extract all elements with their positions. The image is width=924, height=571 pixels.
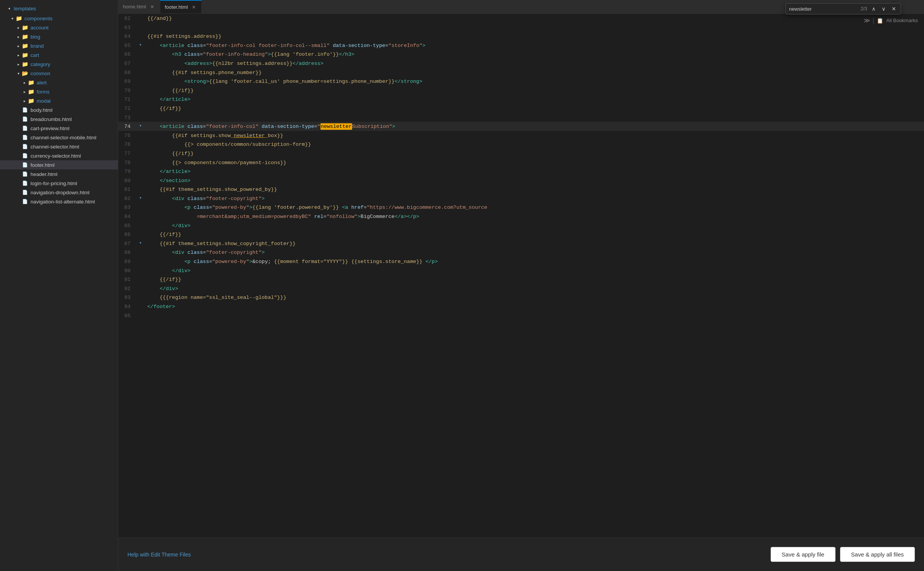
currency-label: currency-selector.html: [31, 153, 81, 159]
cs-file-icon: 📄: [21, 143, 28, 150]
line-number: 72: [118, 104, 137, 113]
sidebar-item-login-for-pricing-html[interactable]: 📄 login-for-pricing.html: [0, 179, 118, 188]
sidebar-item-cart[interactable]: 📁 cart: [0, 50, 118, 60]
tab-footer-html-close[interactable]: ✕: [191, 4, 197, 10]
table-row: 65 ▾ <article class="footer-info-col foo…: [118, 41, 924, 50]
sidebar-item-channel-selector-html[interactable]: 📄 channel-selector.html: [0, 142, 118, 151]
search-next-button[interactable]: ∨: [880, 5, 887, 13]
sidebar-item-blog[interactable]: 📁 blog: [0, 32, 118, 41]
code-cell: <p class="powered-by">{{lang 'footer.pow…: [144, 203, 924, 212]
table-row: 92 </div>: [118, 284, 924, 293]
table-row: 91 {{/if}}: [118, 275, 924, 284]
body-html-label: body.html: [31, 107, 53, 113]
app-container: templates 📁 components 📁 account: [0, 0, 924, 571]
sidebar-item-cart-preview-html[interactable]: 📄 cart-preview.html: [0, 124, 118, 133]
alert-folder-icon: 📁: [27, 79, 34, 86]
sidebar-item-navigation-dropdown-html[interactable]: 📄 navigation-dropdown.html: [0, 188, 118, 197]
table-row: 76 {{> components/common/subscription-fo…: [118, 140, 924, 149]
search-prev-button[interactable]: ∧: [870, 5, 877, 13]
table-row: 95: [118, 311, 924, 320]
line-gutter: [137, 311, 144, 320]
code-cell: {{#if settings.show_newsletter_box}}: [144, 131, 924, 140]
common-chevron: [15, 70, 21, 76]
line-number: 93: [118, 293, 137, 302]
line-number: 91: [118, 275, 137, 284]
code-cell: {{/if}}: [144, 230, 924, 239]
search-input[interactable]: [789, 6, 858, 12]
table-row: 80 </section>: [118, 176, 924, 185]
bottom-bar: Help with Edit Theme Files Save & apply …: [118, 537, 924, 571]
sidebar-item-currency-selector-html[interactable]: 📄 currency-selector.html: [0, 151, 118, 160]
line-gutter: [137, 293, 144, 302]
cart-label: cart: [31, 52, 39, 58]
templates-header[interactable]: templates: [0, 3, 118, 14]
currency-file-icon: 📄: [21, 152, 28, 159]
table-row: 69 <strong>{{lang 'footer.call_us' phone…: [118, 77, 924, 86]
nd-label: navigation-dropdown.html: [31, 190, 90, 195]
tab-home-html[interactable]: home.html ✕: [118, 0, 160, 13]
code-cell: [144, 113, 924, 122]
code-table: 62 {{/and}} 63 64: [118, 14, 924, 320]
brand-chevron: [15, 43, 21, 49]
save-apply-file-button[interactable]: Save & apply file: [771, 547, 835, 562]
sidebar-item-navigation-list-alternate-html[interactable]: 📄 navigation-list-alternate.html: [0, 197, 118, 206]
table-row: 70 {{/if}}: [118, 86, 924, 95]
table-row: 71 </article>: [118, 95, 924, 104]
sidebar-item-body-html[interactable]: 📄 body.html: [0, 105, 118, 115]
line-number: 88: [118, 248, 137, 257]
sidebar-item-channel-selector-mobile-html[interactable]: 📄 channel-selector-mobile.html: [0, 133, 118, 142]
tab-footer-html[interactable]: footer.html ✕: [160, 0, 202, 13]
common-folder-icon: 📂: [21, 70, 28, 77]
account-label: account: [31, 25, 48, 31]
sidebar-item-components[interactable]: 📁 components: [0, 14, 118, 23]
sidebar-item-modal[interactable]: 📁 modal: [0, 96, 118, 105]
line-gutter: [137, 248, 144, 257]
line-gutter: [137, 86, 144, 95]
code-cell: <article class="footer-info-col" data-se…: [144, 122, 924, 131]
line-gutter: [137, 203, 144, 212]
line-gutter: [137, 221, 144, 230]
code-cell: </div>: [144, 284, 924, 293]
code-cell: <address>{{nl2br settings.address}}</add…: [144, 59, 924, 68]
account-folder-icon: 📁: [21, 24, 28, 31]
search-close-button[interactable]: ✕: [890, 5, 898, 13]
sidebar-item-alert[interactable]: 📁 alert: [0, 78, 118, 87]
line-number: 62: [118, 14, 137, 23]
components-chevron: [9, 15, 15, 21]
bookmarks-label[interactable]: All Bookmarks: [886, 18, 918, 23]
line-number: 95: [118, 311, 137, 320]
help-link[interactable]: Help with Edit Theme Files: [127, 552, 191, 558]
sidebar-item-header-html[interactable]: 📄 header.html: [0, 169, 118, 179]
sidebar-item-footer-html[interactable]: 📄 footer.html: [0, 160, 118, 169]
line-gutter: [137, 149, 144, 158]
common-label: common: [31, 71, 50, 76]
table-row: 62 {{/and}}: [118, 14, 924, 23]
table-row: 77 {{/if}}: [118, 149, 924, 158]
save-apply-all-files-button[interactable]: Save & apply all files: [840, 547, 915, 562]
forms-folder-icon: 📁: [27, 88, 34, 95]
sidebar-item-forms[interactable]: 📁 forms: [0, 87, 118, 96]
tab-home-html-close[interactable]: ✕: [149, 4, 155, 10]
line-gutter: ▾: [137, 194, 144, 203]
code-cell: {{/if}}: [144, 275, 924, 284]
table-row: 63: [118, 23, 924, 32]
sidebar-item-category[interactable]: 📁 category: [0, 60, 118, 69]
code-cell: {{/and}}: [144, 14, 924, 23]
line-gutter: [137, 131, 144, 140]
line-number: 64: [118, 32, 137, 41]
table-row: 66 <h3 class="footer-info-heading">{{lan…: [118, 50, 924, 59]
lfp-label: login-for-pricing.html: [31, 181, 77, 186]
sidebar-item-account[interactable]: 📁 account: [0, 23, 118, 32]
sidebar-item-common[interactable]: 📂 common: [0, 69, 118, 78]
line-number: 77: [118, 149, 137, 158]
line-gutter: ▾: [137, 239, 144, 248]
sidebar-item-brand[interactable]: 📁 brand: [0, 41, 118, 50]
code-cell: {{#if theme_settings.show_powered_by}}: [144, 185, 924, 194]
editor-content[interactable]: 62 {{/and}} 63 64: [118, 14, 924, 537]
code-cell: </section>: [144, 176, 924, 185]
account-chevron: [15, 24, 21, 31]
sidebar-item-breadcrumbs-html[interactable]: 📄 breadcrumbs.html: [0, 115, 118, 124]
tab-footer-html-label: footer.html: [165, 4, 188, 10]
line-number: 78: [118, 158, 137, 167]
code-cell: <div class="footer-copyright">: [144, 194, 924, 203]
